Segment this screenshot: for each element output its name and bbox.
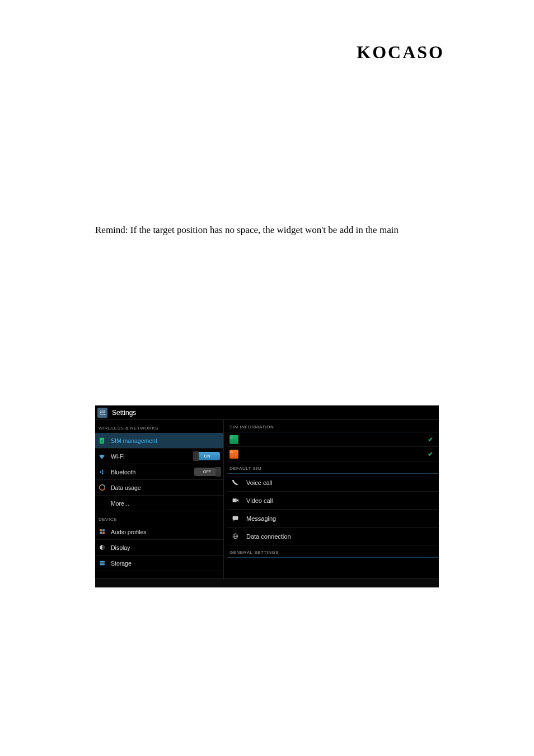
svg-point-3 xyxy=(104,410,105,412)
svg-rect-10 xyxy=(102,529,105,531)
globe-icon xyxy=(231,532,240,541)
bluetooth-icon xyxy=(97,468,106,477)
section-wireless-networks: WIRELESS & NETWORKS xyxy=(95,420,223,433)
sidebar-item-storage[interactable]: Storage xyxy=(95,556,223,571)
check-icon: ✔ xyxy=(428,450,433,458)
sidebar-item-label: Bluetooth xyxy=(111,469,194,475)
sidebar-item-label: Storage xyxy=(111,560,220,567)
sidebar: WIRELESS & NETWORKS SIM management Wi-Fi… xyxy=(95,420,224,578)
content-item-video-call[interactable]: Video call xyxy=(227,492,439,510)
content-item-label: Data connection xyxy=(246,533,291,540)
check-icon: ✔ xyxy=(428,436,433,444)
sidebar-item-wifi[interactable]: Wi-Fi ON xyxy=(95,449,223,464)
sim-icon xyxy=(97,436,106,445)
svg-rect-16 xyxy=(100,564,105,565)
wifi-icon xyxy=(97,452,106,461)
svg-rect-11 xyxy=(100,532,102,534)
sim-slot-2[interactable]: K ✔ xyxy=(227,447,439,461)
sidebar-item-bluetooth[interactable]: Bluetooth OFF xyxy=(95,464,223,480)
titlebar: Settings xyxy=(95,405,439,420)
svg-rect-18 xyxy=(232,516,238,520)
storage-icon xyxy=(97,559,106,568)
content-item-label: Voice call xyxy=(246,479,272,486)
section-default-sim: DEFAULT SIM xyxy=(227,461,439,474)
sidebar-item-label: Audio profiles xyxy=(111,529,220,535)
sidebar-item-audio-profiles[interactable]: Audio profiles xyxy=(95,524,223,540)
svg-rect-7 xyxy=(101,440,104,442)
svg-rect-9 xyxy=(100,529,102,531)
settings-icon xyxy=(97,408,107,418)
sidebar-item-label: Display xyxy=(111,544,220,551)
section-device: DEVICE xyxy=(95,511,223,524)
content-item-messaging[interactable]: Messaging xyxy=(227,510,439,528)
svg-point-5 xyxy=(104,414,105,415)
sim-slot-1[interactable]: ti ✔ xyxy=(227,432,439,447)
messaging-icon xyxy=(231,514,240,523)
sidebar-item-sim-management[interactable]: SIM management xyxy=(95,433,223,449)
settings-screenshot: Settings WIRELESS & NETWORKS SIM managem… xyxy=(95,405,439,587)
audio-profiles-icon xyxy=(97,528,106,536)
section-sim-information: SIM INFORMATION xyxy=(227,420,439,432)
video-call-icon xyxy=(231,496,240,505)
sidebar-item-label: Wi-Fi xyxy=(111,453,194,460)
svg-rect-12 xyxy=(102,532,105,534)
content-pane: SIM INFORMATION ti ✔ K ✔ DEFAULT SIM Voi… xyxy=(224,420,439,578)
spacer-icon xyxy=(97,499,106,508)
svg-rect-15 xyxy=(100,562,105,563)
content-item-voice-call[interactable]: Voice call xyxy=(227,474,439,492)
data-usage-icon xyxy=(97,483,106,492)
svg-rect-0 xyxy=(100,410,104,411)
sidebar-item-data-usage[interactable]: Data usage xyxy=(95,480,223,496)
display-icon xyxy=(97,543,106,552)
brand-logo: KOCASO xyxy=(357,42,444,63)
sidebar-item-label: More... xyxy=(111,500,220,507)
page-title: Settings xyxy=(112,409,136,417)
content-item-label: Messaging xyxy=(246,515,276,522)
content-item-data-connection[interactable]: Data connection xyxy=(227,528,439,545)
svg-rect-14 xyxy=(100,561,105,562)
phone-icon xyxy=(231,478,240,487)
sidebar-item-label: Data usage xyxy=(111,484,220,491)
sim-chip-1-icon: ti xyxy=(229,435,238,444)
nav-bar xyxy=(95,578,439,587)
content-item-label: Video call xyxy=(246,497,273,504)
remind-text: Remind: If the target position has no sp… xyxy=(95,223,439,237)
sidebar-item-more[interactable]: More... xyxy=(95,496,223,511)
svg-rect-2 xyxy=(100,414,104,414)
svg-rect-17 xyxy=(232,498,236,502)
bluetooth-toggle[interactable]: OFF xyxy=(194,468,220,476)
section-general-settings: GENERAL SETTINGS xyxy=(227,545,439,558)
svg-point-4 xyxy=(100,412,101,413)
sidebar-item-label: SIM management xyxy=(111,437,220,444)
svg-rect-1 xyxy=(101,412,105,413)
sidebar-item-display[interactable]: Display xyxy=(95,540,223,556)
wifi-toggle[interactable]: ON xyxy=(194,452,220,460)
sim-chip-2-icon: K xyxy=(229,450,238,459)
